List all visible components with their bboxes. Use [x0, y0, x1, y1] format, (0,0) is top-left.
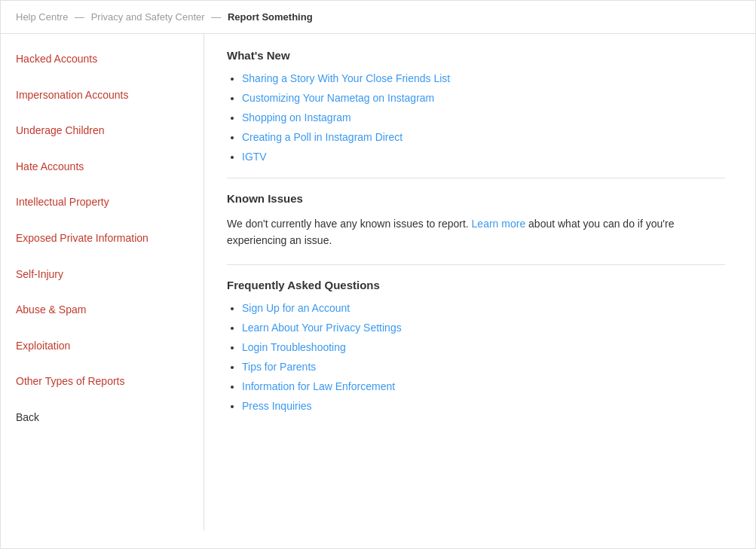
- faq-item-4: Information for Law Enforcement: [242, 380, 725, 392]
- sidebar-item-3[interactable]: Hate Accounts: [1, 149, 204, 185]
- faq-item-5: Press Inquiries: [242, 400, 725, 412]
- whats-new-item-2: Shopping on Instagram: [242, 111, 725, 124]
- faq-item-0: Sign Up for an Account: [242, 302, 725, 314]
- faq-link-2[interactable]: Login Troubleshooting: [242, 341, 346, 353]
- known-issues-title: Known Issues: [227, 192, 725, 205]
- whats-new-item-1: Customizing Your Nametag on Instagram: [242, 92, 725, 104]
- whats-new-title: What's New: [227, 49, 725, 62]
- sidebar-item-2[interactable]: Underage Children: [1, 113, 204, 149]
- separator-1: —: [75, 11, 87, 23]
- sidebar-item-1[interactable]: Impersonation Accounts: [1, 78, 204, 114]
- sidebar: Hacked AccountsImpersonation AccountsUnd…: [1, 34, 204, 531]
- faq-item-2: Login Troubleshooting: [242, 341, 725, 353]
- faq-title: Frequently Asked Questions: [227, 279, 725, 291]
- whats-new-list: Sharing a Story With Your Close Friends …: [227, 72, 725, 163]
- whats-new-link-3[interactable]: Creating a Poll in Instagram Direct: [242, 131, 402, 143]
- whats-new-item-0: Sharing a Story With Your Close Friends …: [242, 72, 725, 84]
- whats-new-item-3: Creating a Poll in Instagram Direct: [242, 131, 725, 143]
- faq-link-1[interactable]: Learn About Your Privacy Settings: [242, 322, 402, 334]
- divider-2: [227, 264, 725, 265]
- sidebar-item-5[interactable]: Exposed Private Information: [1, 221, 204, 257]
- sidebar-item-0[interactable]: Hacked Accounts: [1, 41, 204, 78]
- sidebar-item-7[interactable]: Abuse & Spam: [1, 292, 204, 328]
- known-issues-text: We don't currently have any known issues…: [227, 215, 725, 249]
- learn-more-link[interactable]: Learn more: [472, 218, 526, 230]
- whats-new-link-2[interactable]: Shopping on Instagram: [242, 111, 351, 124]
- sidebar-item-8[interactable]: Exploitation: [1, 328, 204, 364]
- sidebar-item-10[interactable]: Back: [1, 400, 204, 436]
- faq-link-0[interactable]: Sign Up for an Account: [242, 302, 350, 314]
- whats-new-item-4: IGTV: [242, 151, 725, 163]
- sidebar-item-4[interactable]: Intellectual Property: [1, 185, 204, 221]
- faq-item-3: Tips for Parents: [242, 361, 725, 373]
- faq-link-3[interactable]: Tips for Parents: [242, 361, 316, 373]
- breadcrumb: Help Centre — Privacy and Safety Center …: [1, 1, 755, 34]
- faq-link-5[interactable]: Press Inquiries: [242, 400, 312, 412]
- sidebar-item-6[interactable]: Self-Injury: [1, 257, 204, 293]
- faq-list: Sign Up for an AccountLearn About Your P…: [227, 302, 725, 412]
- separator-2: —: [211, 11, 224, 23]
- sidebar-item-9[interactable]: Other Types of Reports: [1, 364, 204, 400]
- faq-link-4[interactable]: Information for Law Enforcement: [242, 380, 395, 392]
- known-issues-before: We don't currently have any known issues…: [227, 218, 469, 230]
- divider-1: [227, 178, 725, 178]
- breadcrumb-current: Report Something: [228, 11, 313, 23]
- whats-new-link-0[interactable]: Sharing a Story With Your Close Friends …: [242, 72, 450, 84]
- breadcrumb-privacy[interactable]: Privacy and Safety Center: [91, 11, 205, 23]
- main-content: What's New Sharing a Story With Your Clo…: [204, 34, 755, 531]
- whats-new-link-1[interactable]: Customizing Your Nametag on Instagram: [242, 92, 434, 104]
- breadcrumb-help-centre[interactable]: Help Centre: [16, 11, 68, 23]
- whats-new-link-4[interactable]: IGTV: [242, 151, 267, 163]
- faq-item-1: Learn About Your Privacy Settings: [242, 322, 725, 334]
